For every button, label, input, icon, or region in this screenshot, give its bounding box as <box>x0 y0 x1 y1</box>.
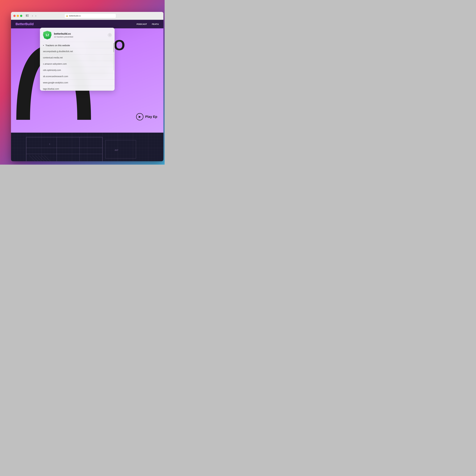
play-circle-icon[interactable]: ▶ <box>136 113 143 120</box>
svg-text:4M²: 4M² <box>115 149 118 151</box>
popup-header: 12 betterbuild.cc 12 trackers prevented … <box>40 28 115 42</box>
list-item: c.amazon-adsystem.com <box>40 61 115 67</box>
shield-tracker-count: 12 <box>45 33 49 37</box>
svg-rect-1 <box>27 15 29 15</box>
list-item: contextual.media.net <box>40 54 115 61</box>
tracker-list: securepubads.g.doubleclick.net contextua… <box>40 48 115 91</box>
popup-scrollbar[interactable] <box>113 43 114 70</box>
traffic-lights <box>13 15 22 17</box>
logo-highlight: ild <box>30 22 34 26</box>
back-button[interactable]: ‹ <box>31 14 34 18</box>
popup-body[interactable]: ▾ Trackers on this website securepubads.… <box>40 42 115 91</box>
play-button-area[interactable]: ▶ Play Ep <box>136 113 157 120</box>
maximize-button[interactable] <box>20 15 22 17</box>
close-button[interactable] <box>13 15 16 17</box>
list-item: securepubads.g.doubleclick.net <box>40 48 115 54</box>
forward-button[interactable]: › <box>34 14 37 18</box>
sidebar-toggle-icon[interactable] <box>26 14 29 17</box>
lock-icon: 🔒 <box>66 15 68 17</box>
svg-rect-2 <box>27 15 29 16</box>
svg-rect-0 <box>26 15 27 17</box>
blueprint-section: 3700 3000 1400 3 4M² <box>11 133 163 161</box>
browser-window: ‹ › 🔒 betterbuild.cc BetterBuild <box>11 12 163 161</box>
nav-features[interactable]: FEATU <box>152 23 159 25</box>
list-item: sb.scorecardresearch.com <box>40 73 115 79</box>
popup-scrollbar-thumb <box>113 43 114 52</box>
site-nav-links: PODCAST FEATU <box>136 23 159 25</box>
trackers-section-header[interactable]: ▾ Trackers on this website <box>40 42 115 48</box>
svg-rect-3 <box>27 16 29 17</box>
list-item: cdn.optimizely.com <box>40 67 115 73</box>
site-nav: BetterBuild PODCAST FEATU <box>11 20 163 28</box>
url-text: betterbuild.cc <box>69 15 81 17</box>
list-item: www.google-analytics.com <box>40 79 115 86</box>
logo-text: BetterBu <box>16 22 30 26</box>
section-title: Trackers on this website <box>45 44 70 47</box>
popup-domain: betterbuild.cc <box>54 32 105 35</box>
website-content: BetterBuild PODCAST FEATU VISIO N IN AR <box>11 20 163 161</box>
privacy-popup: 12 betterbuild.cc 12 trackers prevented … <box>40 28 115 91</box>
address-bar[interactable]: 🔒 betterbuild.cc <box>64 13 116 18</box>
popup-site-info: betterbuild.cc 12 trackers prevented <box>54 32 105 38</box>
site-logo: BetterBuild <box>16 22 34 26</box>
popup-trackers-count: 12 trackers prevented <box>54 36 105 38</box>
nav-podcast[interactable]: PODCAST <box>136 23 147 25</box>
list-item: tags.bluekai.com <box>40 86 115 91</box>
svg-text:3: 3 <box>49 143 50 145</box>
play-label: Play Ep <box>145 115 157 119</box>
shield-badge: 12 <box>43 31 51 39</box>
nav-buttons: ‹ › <box>31 14 37 18</box>
minimize-button[interactable] <box>17 15 19 17</box>
title-bar: ‹ › 🔒 betterbuild.cc <box>11 12 163 20</box>
info-button[interactable]: ⓘ <box>108 33 112 37</box>
chevron-down-icon: ▾ <box>43 44 44 47</box>
